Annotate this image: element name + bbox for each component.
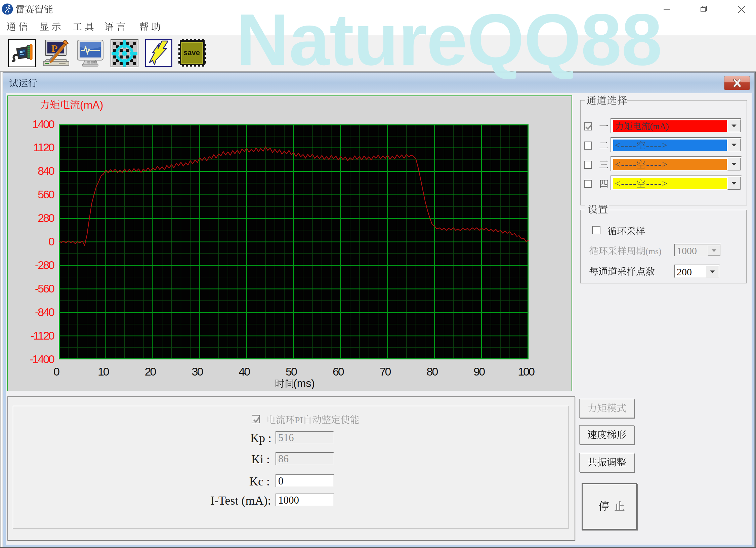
svg-text:save: save [183,48,200,57]
